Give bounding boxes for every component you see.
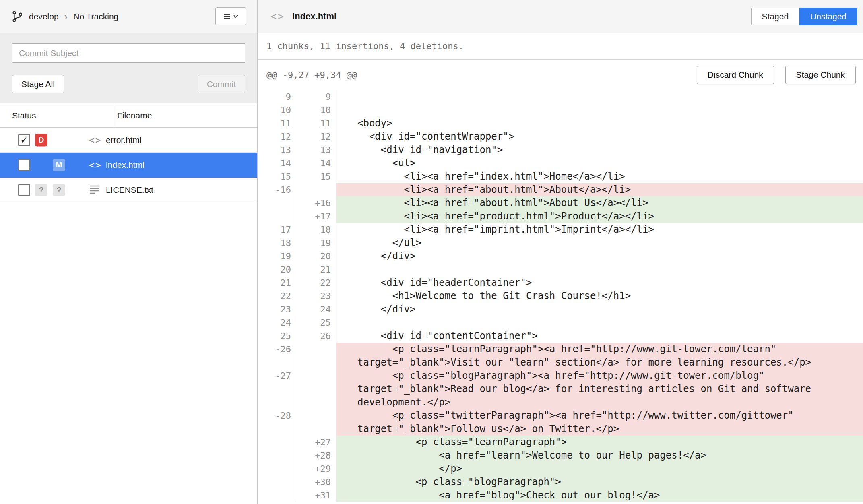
code-glyph: [89, 138, 102, 145]
code-text: <div id="contentWrapper">: [336, 130, 863, 143]
tab-staged[interactable]: Staged: [751, 8, 800, 25]
branch-name: develop: [29, 12, 59, 21]
diff-line[interactable]: 1920 </div>: [258, 250, 863, 263]
new-line-number: [296, 183, 336, 196]
file-row[interactable]: ??LICENSE.txt: [0, 178, 257, 202]
old-line-number: -28: [258, 409, 296, 436]
branch-menu-button[interactable]: [215, 7, 246, 25]
diff-line[interactable]: +27 <p class="learnParagraph">: [258, 436, 863, 449]
code-text: <div id="navigation">: [336, 143, 863, 157]
git-branch-icon: [11, 10, 23, 23]
status-badge-modified: M: [53, 159, 65, 171]
diff-line[interactable]: 2526 <div id="contentContainer">: [258, 329, 863, 343]
new-line-number: +27: [296, 436, 336, 449]
diff-line[interactable]: 1111<body>: [258, 117, 863, 130]
code-text: <p class="blogParagraph">: [336, 475, 863, 489]
code-text: <a href="blog">Check out our blog!</a>: [336, 489, 863, 502]
stage-checkbox[interactable]: [18, 134, 30, 146]
branch-toolbar: develop No Tracking: [0, 0, 257, 33]
diff-line[interactable]: 2223 <h1>Welcome to the Git Crash Course…: [258, 289, 863, 303]
text-file-icon: [89, 184, 100, 196]
code-text: </p>: [336, 462, 863, 475]
old-line-number: 24: [258, 316, 296, 329]
tab-unstaged[interactable]: Unstaged: [799, 8, 857, 25]
diff-summary-bar: 1 chunks, 11 insertions, 4 deletions.: [258, 33, 863, 60]
diff-toolbar: index.html Staged Unstaged: [258, 0, 863, 33]
code-text: </ul>: [336, 236, 863, 250]
diff-line[interactable]: 2425: [258, 316, 863, 329]
filename: index.html: [106, 160, 145, 170]
diff-line[interactable]: -26 <p class="learnParagraph"><a href="h…: [258, 343, 863, 369]
old-line-number: 19: [258, 250, 296, 263]
new-line-number: +30: [296, 475, 336, 489]
diff-line[interactable]: 2021: [258, 263, 863, 276]
old-line-number: 12: [258, 130, 296, 143]
code-text: <div id="headerContainer">: [336, 276, 863, 289]
diff-line[interactable]: -16 <li><a href="about.html">About</a></…: [258, 183, 863, 196]
stage-all-button[interactable]: Stage All: [12, 75, 64, 93]
old-line-number: 22: [258, 289, 296, 303]
filename: LICENSE.txt: [106, 185, 153, 195]
diff-line[interactable]: +29 </p>: [258, 462, 863, 475]
diff-line[interactable]: 1718 <li><a href="imprint.html">Imprint<…: [258, 223, 863, 236]
diff-line[interactable]: -27 <p class="blogParagraph"><a href="ht…: [258, 369, 863, 409]
old-line-number: [258, 196, 296, 210]
sidebar: develop No Tracking Stage All Commit Sta…: [0, 0, 258, 504]
code-text: <p class="learnParagraph"><a href="http:…: [336, 343, 863, 369]
stage-chunk-button[interactable]: Stage Chunk: [785, 66, 856, 84]
new-line-number: 26: [296, 329, 336, 343]
new-line-number: 20: [296, 250, 336, 263]
commit-panel: Stage All Commit: [0, 33, 257, 103]
diff-line[interactable]: 1313 <div id="navigation">: [258, 143, 863, 157]
staged-unstaged-toggle: Staged Unstaged: [751, 8, 857, 25]
diff-line[interactable]: 1414 <ul>: [258, 157, 863, 170]
diff-line[interactable]: 1212 <div id="contentWrapper">: [258, 130, 863, 143]
old-line-number: -27: [258, 369, 296, 409]
file-list: Derror.htmlMindex.html??LICENSE.txt: [0, 128, 257, 504]
new-line-number: 14: [296, 157, 336, 170]
new-line-number: +29: [296, 462, 336, 475]
old-line-number: [258, 436, 296, 449]
new-line-number: 18: [296, 223, 336, 236]
old-line-number: [258, 210, 296, 223]
diff-line[interactable]: 2324 </div>: [258, 303, 863, 316]
diff-code-view: 9910101111<body>1212 <div id="contentWra…: [258, 90, 863, 504]
code-glyph: [89, 163, 102, 169]
code-text: [336, 316, 863, 329]
stage-checkbox[interactable]: [18, 159, 30, 171]
diff-line[interactable]: 1010: [258, 103, 863, 117]
new-line-number: 15: [296, 170, 336, 183]
old-line-number: 20: [258, 263, 296, 276]
chevron-right-icon: [64, 11, 68, 22]
file-row[interactable]: Derror.html: [0, 128, 257, 153]
code-text: [336, 90, 863, 103]
stage-checkbox[interactable]: [18, 184, 30, 196]
diff-line[interactable]: 1515 <li><a href="index.html">Home</a></…: [258, 170, 863, 183]
file-row[interactable]: Mindex.html: [0, 153, 257, 178]
menu-icon: [223, 14, 231, 19]
diff-line[interactable]: 99: [258, 90, 863, 103]
status-badge-untracked: ?: [35, 184, 47, 196]
chunk-range-text: @@ -9,27 +9,34 @@: [266, 70, 357, 80]
new-line-number: 10: [296, 103, 336, 117]
diff-line[interactable]: -28 <p class="twitterParagraph"><a href=…: [258, 409, 863, 436]
diff-line[interactable]: +28 <a href="learn">Welcome to our Help …: [258, 449, 863, 462]
diff-line[interactable]: +30 <p class="blogParagraph">: [258, 475, 863, 489]
old-line-number: 15: [258, 170, 296, 183]
diff-line[interactable]: 1819 </ul>: [258, 236, 863, 250]
discard-chunk-button[interactable]: Discard Chunk: [697, 66, 774, 84]
diff-line[interactable]: +16 <li><a href="about.html">About Us</a…: [258, 196, 863, 210]
old-line-number: [258, 475, 296, 489]
diff-line[interactable]: 2122 <div id="headerContainer">: [258, 276, 863, 289]
diff-line[interactable]: +31 <a href="blog">Check out our blog!</…: [258, 489, 863, 502]
chunk-buttons: Discard Chunk Stage Chunk: [697, 66, 856, 84]
code-text: <a href="learn">Welcome to our Help page…: [336, 449, 863, 462]
commit-button[interactable]: Commit: [198, 75, 245, 93]
tracking-status: No Tracking: [73, 12, 118, 21]
diff-line[interactable]: +17 <li><a href="product.html">Product</…: [258, 210, 863, 223]
commit-subject-input[interactable]: [12, 43, 245, 63]
diff-file-title: index.html: [292, 11, 337, 22]
new-line-number: 23: [296, 289, 336, 303]
filename: error.html: [106, 135, 142, 145]
code-text: <li><a href="imprint.html">Imprint</a></…: [336, 223, 863, 236]
